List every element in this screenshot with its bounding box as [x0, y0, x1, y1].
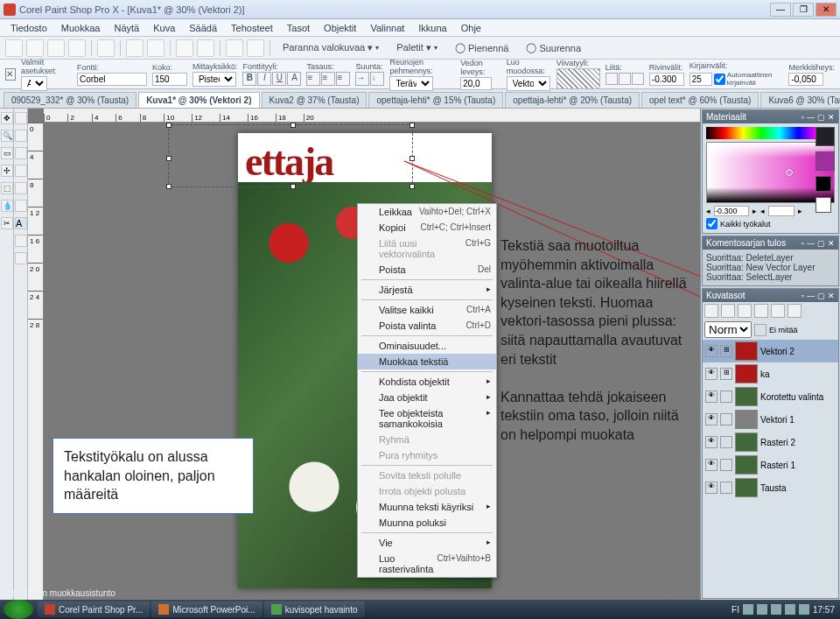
- resize-button[interactable]: [247, 39, 264, 57]
- delete-layer-button[interactable]: [738, 304, 752, 318]
- all-tools-check[interactable]: [706, 218, 718, 229]
- tray-icon[interactable]: [785, 604, 795, 615]
- autokern-check[interactable]: [714, 74, 725, 85]
- layer-row[interactable]: 👁Vektori 1: [703, 408, 838, 431]
- swatch-4[interactable]: [816, 197, 831, 213]
- dir-v-button[interactable]: ↓: [370, 72, 384, 86]
- handle-lm[interactable]: [166, 156, 172, 161]
- new-group-button[interactable]: [721, 304, 735, 318]
- select-tool[interactable]: ⬚: [1, 182, 13, 194]
- ctx-valitse-kaikki[interactable]: Valitse kaikkiCtrl+A: [358, 302, 496, 318]
- underline-button[interactable]: U: [272, 72, 286, 86]
- layer-row[interactable]: 👁⊞ka: [703, 362, 838, 385]
- menu-image[interactable]: Kuva: [146, 21, 182, 35]
- menu-edit[interactable]: Muokkaa: [54, 21, 108, 35]
- zoom-tool[interactable]: 🔍: [1, 130, 13, 142]
- tab-0[interactable]: 090529_332* @ 30% (Tausta): [4, 92, 136, 108]
- eraser-tool[interactable]: [15, 147, 27, 159]
- handle-bl[interactable]: [166, 184, 172, 189]
- clock[interactable]: 17:57: [813, 605, 835, 615]
- dropper-tool[interactable]: 💧: [1, 200, 13, 212]
- tab-4[interactable]: opettaja-lehti* @ 20% (Tausta): [505, 92, 640, 108]
- strike-button[interactable]: A: [287, 72, 301, 86]
- zoom-in-button[interactable]: ◯ Suurenna: [519, 40, 588, 55]
- dir-h-button[interactable]: →: [355, 72, 369, 86]
- handle-bm[interactable]: [290, 184, 296, 189]
- taskbar-item[interactable]: kuvisopet havainto: [264, 601, 365, 617]
- preset-select[interactable]: A: [21, 76, 47, 91]
- layer-row[interactable]: 👁Tausta: [703, 476, 838, 499]
- ctx-kopioi[interactable]: KopioiCtrl+C; Ctrl+Insert: [358, 220, 496, 236]
- ctx-tee-objekteista-samankokoisia[interactable]: Tee objekteista samankokoisia: [358, 405, 496, 432]
- visibility-icon[interactable]: 👁: [705, 390, 718, 403]
- visibility-icon[interactable]: 👁: [705, 413, 718, 426]
- ctx-luo-rasterivalinta[interactable]: Luo rasterivalintaCtrl+Vaihto+B: [358, 551, 496, 577]
- handle-tl[interactable]: [166, 123, 172, 128]
- layer-dup-button[interactable]: [788, 304, 802, 318]
- tab-6[interactable]: Kuva6 @ 30% (Tausta): [760, 92, 840, 108]
- blend-mode-select[interactable]: Normaali: [704, 321, 752, 338]
- maximize-button[interactable]: ❐: [793, 3, 814, 17]
- create-select[interactable]: Vektori: [507, 76, 550, 91]
- menu-file[interactable]: Tiedosto: [4, 21, 54, 35]
- shape-tool[interactable]: [15, 235, 27, 247]
- panel-close[interactable]: ▢: [817, 113, 825, 122]
- handle-tm[interactable]: [290, 123, 296, 128]
- linestyle-preview[interactable]: [556, 68, 600, 89]
- visibility-icon[interactable]: 👁: [705, 459, 718, 471]
- expand-icon[interactable]: [720, 413, 732, 426]
- minimize-button[interactable]: —: [770, 3, 791, 17]
- open-button[interactable]: [26, 39, 44, 57]
- size-input[interactable]: [152, 73, 187, 86]
- enhance-photo-dropdown[interactable]: Paranna valokuvaa ▾: [276, 40, 386, 55]
- menu-layers[interactable]: Tasot: [280, 21, 317, 35]
- visibility-icon[interactable]: 👁: [705, 482, 718, 494]
- ctx-muunna-teksti-k-yriksi[interactable]: Muunna teksti käyriksi: [358, 499, 496, 515]
- layer-mask-button[interactable]: [771, 304, 785, 318]
- layer-row[interactable]: 👁Rasteri 1: [703, 454, 838, 476]
- menu-help[interactable]: Ohje: [454, 21, 488, 35]
- join-round-button[interactable]: [619, 73, 631, 85]
- fg-swatch[interactable]: [816, 127, 835, 146]
- menu-window[interactable]: Ikkuna: [411, 21, 453, 35]
- menu-selections[interactable]: Valinnat: [363, 21, 411, 35]
- mask-icon[interactable]: [754, 324, 766, 336]
- align-right-button[interactable]: ≡: [336, 72, 350, 86]
- lang-indicator[interactable]: FI: [732, 605, 739, 615]
- retouch-tool[interactable]: [15, 182, 27, 194]
- ctx-vie[interactable]: Vie: [358, 535, 496, 551]
- layer-row[interactable]: 👁Korotettu valinta: [703, 385, 838, 408]
- brush-tool[interactable]: [15, 112, 27, 124]
- bold-button[interactable]: B: [242, 72, 256, 86]
- ctx-j-rjest-[interactable]: Järjestä: [358, 282, 496, 298]
- panel-max[interactable]: —: [807, 113, 815, 122]
- close-button[interactable]: ✕: [816, 3, 836, 17]
- tab-2[interactable]: Kuva2 @ 37% (Tausta): [262, 92, 368, 108]
- tab-1[interactable]: Kuva1* @ 30% (Vektori 2): [138, 92, 259, 108]
- ctx-jaa-objektit[interactable]: Jaa objektit: [358, 390, 496, 405]
- panel-x[interactable]: ✕: [828, 113, 835, 122]
- align-left-button[interactable]: ≡: [306, 72, 320, 86]
- font-input[interactable]: [77, 73, 147, 86]
- print-button[interactable]: [97, 39, 115, 57]
- tray-icon[interactable]: [743, 604, 753, 615]
- menu-effects[interactable]: Tehosteet: [224, 21, 280, 35]
- text-tool[interactable]: A: [15, 217, 27, 229]
- expand-icon[interactable]: ⊞: [720, 345, 732, 357]
- ctx-kohdista-objektit[interactable]: Kohdista objektit: [358, 374, 496, 390]
- selection-box[interactable]: [168, 124, 413, 187]
- menu-objects[interactable]: Objektit: [317, 21, 363, 35]
- expand-icon[interactable]: [720, 390, 732, 403]
- expand-icon[interactable]: [720, 436, 732, 448]
- taskbar-item[interactable]: Corel Paint Shop Pr...: [38, 601, 150, 617]
- panel-min[interactable]: ▫: [802, 113, 804, 122]
- color-value-1[interactable]: [714, 206, 749, 216]
- layer-row[interactable]: 👁Rasteri 2: [703, 431, 838, 454]
- stroke-input[interactable]: [460, 77, 492, 90]
- color-value-2[interactable]: [768, 206, 794, 216]
- expand-icon[interactable]: [720, 482, 732, 494]
- tray-icon[interactable]: [799, 604, 809, 615]
- paste-button[interactable]: [197, 39, 214, 57]
- bg-swatch[interactable]: [816, 151, 835, 171]
- start-button[interactable]: [4, 600, 33, 619]
